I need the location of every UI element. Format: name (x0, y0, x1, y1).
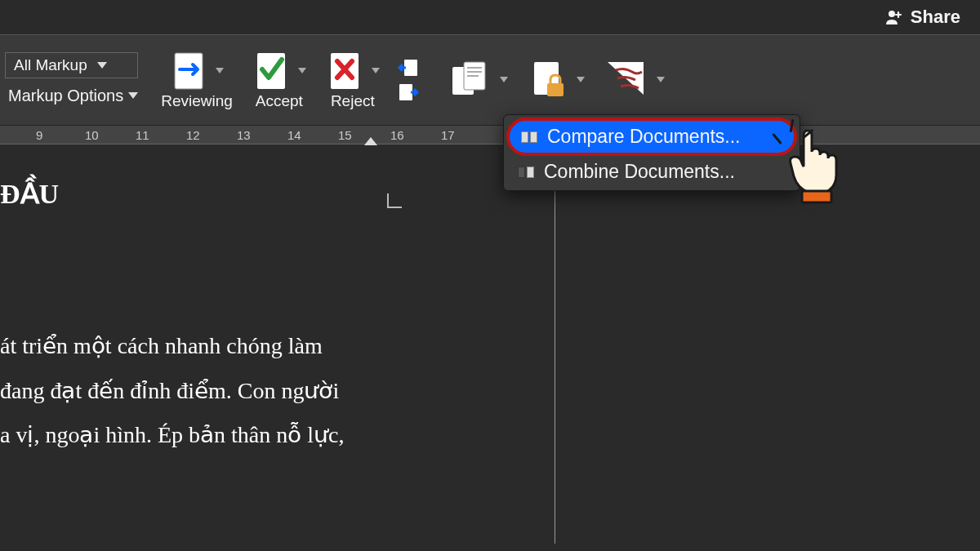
reject-button[interactable]: Reject (318, 47, 388, 113)
all-markup-dropdown[interactable]: All Markup (5, 52, 138, 78)
accept-button[interactable]: Accept (244, 47, 314, 113)
reviewing-pane-icon (170, 50, 207, 91)
page-left-pane[interactable]: ĐẦU át triển một cách nhanh chóng làm đa… (0, 144, 555, 544)
chevron-down-icon (577, 77, 585, 82)
ruler-mark: 11 (136, 128, 149, 142)
prev-change-button[interactable] (398, 58, 419, 78)
chevron-down-icon (298, 68, 306, 73)
next-change-icon (398, 82, 419, 102)
combine-docs-icon (518, 167, 534, 178)
chevron-down-icon (97, 62, 107, 69)
document-heading[interactable]: ĐẦU (0, 177, 555, 210)
svg-rect-6 (399, 84, 412, 100)
ruler-mark: 14 (287, 128, 301, 142)
margin-marker (387, 193, 402, 208)
page-right-pane (555, 144, 980, 544)
svg-rect-9 (467, 67, 482, 69)
chevron-down-icon (216, 68, 224, 73)
combine-documents-label: Combine Documents... (544, 161, 735, 183)
compare-icon (448, 59, 492, 100)
chevron-down-icon (372, 68, 380, 73)
body-line: át triển một cách nhanh chóng làm (0, 324, 555, 369)
markup-options-dropdown[interactable]: Markup Options (5, 83, 138, 109)
cursor-hand-annotation (779, 122, 844, 207)
compare-documents-label: Compare Documents... (547, 126, 740, 148)
share-label: Share (911, 7, 960, 28)
accept-label: Accept (256, 92, 303, 110)
compare-button[interactable] (439, 56, 516, 104)
chevron-down-icon (657, 77, 665, 82)
svg-marker-14 (608, 62, 644, 95)
svg-rect-11 (467, 75, 479, 77)
compare-documents-menuitem[interactable]: Compare Documents... (506, 118, 797, 156)
svg-rect-13 (547, 83, 564, 96)
markup-options-label: Markup Options (8, 87, 123, 105)
document-body[interactable]: át triển một cách nhanh chóng làm đang đ… (0, 324, 555, 458)
chevron-down-icon (128, 92, 138, 99)
reviewing-button[interactable]: Reviewing (153, 47, 241, 113)
body-line: đang đạt đến đỉnh điểm. Con người (0, 369, 555, 414)
ruler-mark: 9 (36, 128, 42, 142)
separator (432, 43, 433, 117)
ruler-mark: 10 (85, 128, 99, 142)
protect-icon (528, 59, 568, 100)
ruler-mark: 13 (237, 128, 251, 142)
svg-rect-5 (404, 60, 417, 76)
compare-dropdown-menu: Compare Documents... Combine Documents..… (503, 114, 800, 191)
reviewing-label: Reviewing (161, 92, 233, 110)
ink-icon (604, 59, 648, 100)
ruler-mark: 15 (338, 128, 352, 142)
all-markup-label: All Markup (14, 56, 87, 74)
pointer-hand-icon (779, 122, 844, 204)
combine-documents-menuitem[interactable]: Combine Documents... (506, 156, 797, 188)
next-change-button[interactable] (398, 82, 419, 102)
reject-icon (326, 50, 363, 91)
accept-icon (252, 50, 290, 91)
ruler-mark: 17 (441, 128, 455, 142)
prev-change-icon (398, 58, 419, 78)
chevron-down-icon (500, 77, 508, 82)
ribbon-toolbar: All Markup Markup Options Reviewing (0, 34, 980, 125)
svg-rect-10 (467, 71, 482, 73)
share-button[interactable]: Share (884, 7, 960, 28)
protect-button[interactable] (519, 56, 593, 104)
svg-point-0 (889, 11, 895, 17)
ruler-mark: 16 (390, 128, 404, 142)
svg-rect-15 (802, 191, 831, 202)
ruler-mark: 12 (186, 128, 200, 142)
ink-button[interactable] (596, 56, 673, 104)
body-line: a vị, ngoại hình. Ép bản thân nỗ lực, (0, 413, 555, 458)
share-person-icon (884, 7, 904, 27)
reject-label: Reject (331, 92, 375, 110)
compare-docs-icon (521, 131, 537, 143)
